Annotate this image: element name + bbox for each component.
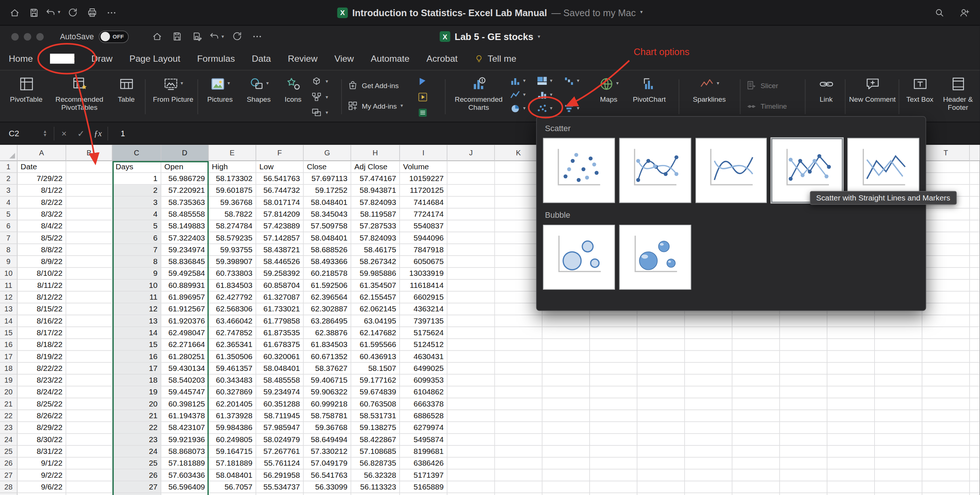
cell-K23[interactable] bbox=[495, 422, 542, 434]
cell-C7[interactable]: 6 bbox=[113, 232, 161, 244]
cell-H14[interactable]: 63.04195 bbox=[351, 316, 400, 327]
cell-U28[interactable] bbox=[970, 481, 980, 493]
cell-P21[interactable] bbox=[732, 398, 780, 410]
cell-N14[interactable] bbox=[637, 316, 685, 327]
cell-K1[interactable] bbox=[495, 161, 542, 173]
cell-I26[interactable]: 6386426 bbox=[400, 457, 447, 469]
cell-I28[interactable]: 5165889 bbox=[400, 481, 447, 493]
cell-G13[interactable]: 62.302887 bbox=[304, 303, 351, 315]
cell-C17[interactable]: 16 bbox=[113, 351, 161, 362]
undo-button[interactable]: ▾ bbox=[209, 28, 225, 46]
cell-N25[interactable] bbox=[637, 446, 685, 457]
pivottable-button[interactable]: PivotTable bbox=[4, 74, 49, 103]
tab-insert[interactable]: Insert bbox=[49, 54, 74, 63]
cell-U21[interactable] bbox=[970, 398, 980, 410]
cell-M24[interactable] bbox=[590, 434, 637, 446]
cell-J23[interactable] bbox=[447, 422, 495, 434]
cell-P26[interactable] bbox=[732, 457, 780, 469]
cell-O17[interactable] bbox=[685, 351, 732, 362]
cell-F6[interactable]: 57.423889 bbox=[256, 221, 304, 232]
search-button[interactable] bbox=[931, 4, 947, 21]
cell-I23[interactable]: 6279974 bbox=[400, 422, 447, 434]
cell-T29[interactable] bbox=[922, 493, 970, 495]
cell-E1[interactable]: High bbox=[209, 161, 256, 173]
tab-review[interactable]: Review bbox=[288, 54, 318, 63]
cell-U13[interactable] bbox=[970, 303, 980, 315]
cell-M22[interactable] bbox=[590, 410, 637, 422]
cell-S19[interactable] bbox=[875, 374, 922, 386]
cell-U8[interactable] bbox=[970, 244, 980, 256]
cell-H24[interactable]: 58.422867 bbox=[351, 434, 400, 446]
cell-T6[interactable] bbox=[922, 221, 970, 232]
row-header-21[interactable]: 21 bbox=[0, 398, 18, 410]
cell-R28[interactable] bbox=[827, 481, 875, 493]
cell-I8[interactable]: 7847918 bbox=[400, 244, 447, 256]
cell-M23[interactable] bbox=[590, 422, 637, 434]
cell-S15[interactable] bbox=[875, 327, 922, 339]
cell-T13[interactable] bbox=[922, 303, 970, 315]
row-header-9[interactable]: 9 bbox=[0, 256, 18, 268]
cell-T27[interactable] bbox=[922, 469, 970, 481]
cell-H7[interactable]: 57.824093 bbox=[351, 232, 400, 244]
row-header-6[interactable]: 6 bbox=[0, 221, 18, 232]
cell-L27[interactable] bbox=[542, 469, 590, 481]
cell-G22[interactable]: 58.758781 bbox=[304, 410, 351, 422]
cell-A3[interactable]: 8/1/22 bbox=[18, 185, 67, 197]
cell-A12[interactable]: 8/12/22 bbox=[18, 292, 67, 303]
cell-N28[interactable] bbox=[637, 481, 685, 493]
row-header-24[interactable]: 24 bbox=[0, 434, 18, 446]
3d-models-button[interactable]: ▾ bbox=[311, 76, 328, 87]
cell-I18[interactable]: 6499025 bbox=[400, 363, 447, 374]
cell-J26[interactable] bbox=[447, 457, 495, 469]
cell-G6[interactable]: 57.509758 bbox=[304, 221, 351, 232]
cell-I22[interactable]: 6886528 bbox=[400, 410, 447, 422]
cell-J17[interactable] bbox=[447, 351, 495, 362]
row-header-13[interactable]: 13 bbox=[0, 303, 18, 315]
cell-F19[interactable]: 58.485558 bbox=[256, 374, 304, 386]
from-picture-button[interactable]: ▾ From Picture bbox=[149, 74, 198, 103]
cell-D29[interactable] bbox=[161, 493, 209, 495]
cell-L22[interactable] bbox=[542, 410, 590, 422]
cell-F23[interactable]: 57.985947 bbox=[256, 422, 304, 434]
cell-M18[interactable] bbox=[590, 363, 637, 374]
cell-H18[interactable]: 58.1507 bbox=[351, 363, 400, 374]
cell-F22[interactable]: 58.711945 bbox=[256, 410, 304, 422]
cell-Q23[interactable] bbox=[780, 422, 827, 434]
cell-G27[interactable]: 56.541763 bbox=[304, 469, 351, 481]
cell-S22[interactable] bbox=[875, 410, 922, 422]
cell-K13[interactable] bbox=[495, 303, 542, 315]
chart-type-scatter-markers[interactable] bbox=[543, 138, 615, 203]
cell-F26[interactable]: 55.761124 bbox=[256, 457, 304, 469]
insert-hierarchy-chart-button[interactable]: ▾ bbox=[537, 76, 552, 86]
smartart-button[interactable]: ▾ bbox=[311, 92, 328, 102]
my-addins-button[interactable]: My Add-ins▾ bbox=[347, 101, 403, 111]
cell-T28[interactable] bbox=[922, 481, 970, 493]
cell-E25[interactable]: 59.164715 bbox=[209, 446, 256, 457]
cell-G7[interactable]: 58.048401 bbox=[304, 232, 351, 244]
cell-P14[interactable] bbox=[732, 316, 780, 327]
cell-B9[interactable] bbox=[66, 256, 113, 268]
cell-G28[interactable]: 56.33099 bbox=[304, 481, 351, 493]
cell-K19[interactable] bbox=[495, 374, 542, 386]
cell-E16[interactable]: 62.365341 bbox=[209, 339, 256, 351]
cell-G1[interactable]: Close bbox=[304, 161, 351, 173]
cell-I16[interactable]: 5124512 bbox=[400, 339, 447, 351]
cell-H11[interactable]: 61.354507 bbox=[351, 280, 400, 292]
cell-S14[interactable] bbox=[875, 316, 922, 327]
cell-F18[interactable]: 58.048401 bbox=[256, 363, 304, 374]
cell-P20[interactable] bbox=[732, 386, 780, 398]
autosave-toggle[interactable]: OFF bbox=[99, 30, 129, 43]
cell-B22[interactable] bbox=[66, 410, 113, 422]
cancel-button[interactable]: × bbox=[56, 128, 72, 138]
cell-O15[interactable] bbox=[685, 327, 732, 339]
cell-T23[interactable] bbox=[922, 422, 970, 434]
cell-J25[interactable] bbox=[447, 446, 495, 457]
cell-F20[interactable]: 59.234974 bbox=[256, 386, 304, 398]
cell-U11[interactable] bbox=[970, 280, 980, 292]
cell-N19[interactable] bbox=[637, 374, 685, 386]
cell-F8[interactable]: 58.438721 bbox=[256, 244, 304, 256]
cell-T11[interactable] bbox=[922, 280, 970, 292]
insert-scatter-chart-button[interactable]: ▾ bbox=[537, 103, 552, 113]
cell-C19[interactable]: 18 bbox=[113, 374, 161, 386]
cell-L17[interactable] bbox=[542, 351, 590, 362]
